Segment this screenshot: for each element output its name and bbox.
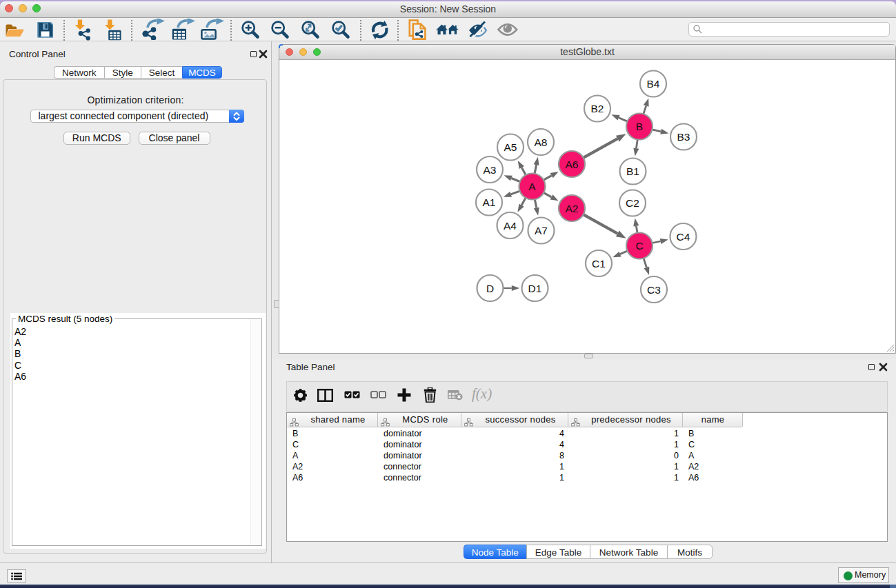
svg-text:C3: C3: [647, 284, 661, 296]
svg-text:D: D: [486, 283, 494, 294]
svg-text:B4: B4: [647, 78, 660, 90]
svg-text:C1: C1: [592, 258, 606, 270]
svg-text:D1: D1: [528, 283, 542, 294]
svg-text:A6: A6: [566, 159, 579, 170]
svg-text:A7: A7: [535, 225, 548, 236]
svg-text:A1: A1: [483, 196, 496, 208]
svg-text:B3: B3: [677, 131, 690, 143]
svg-text:A4: A4: [504, 220, 517, 232]
svg-text:A3: A3: [484, 164, 497, 176]
svg-text:B: B: [636, 121, 643, 132]
svg-text:B2: B2: [591, 103, 604, 114]
svg-text:A: A: [528, 181, 536, 192]
svg-text:A2: A2: [566, 203, 579, 214]
svg-text:C4: C4: [677, 231, 690, 243]
svg-text:B1: B1: [626, 165, 639, 177]
svg-text:A5: A5: [504, 141, 517, 153]
svg-text:C: C: [635, 240, 643, 252]
svg-text:A8: A8: [535, 136, 548, 148]
svg-text:C2: C2: [626, 197, 639, 209]
